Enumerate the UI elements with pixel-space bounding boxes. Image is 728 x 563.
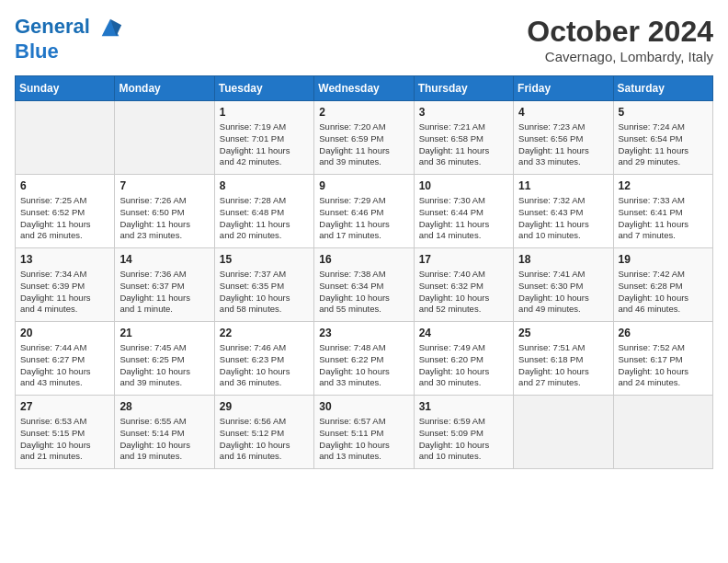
day-number: 29 [220, 400, 309, 413]
cell-content: Sunrise: 7:36 AM Sunset: 6:37 PM Dayligh… [119, 269, 209, 316]
calendar-cell: 7Sunrise: 7:26 AM Sunset: 6:50 PM Daylig… [115, 175, 214, 248]
cell-content: Sunrise: 7:19 AM Sunset: 7:01 PM Dayligh… [220, 121, 309, 168]
calendar-cell: 20Sunrise: 7:44 AM Sunset: 6:27 PM Dayli… [16, 322, 115, 396]
calendar-cell: 2Sunrise: 7:20 AM Sunset: 6:59 PM Daylig… [314, 101, 414, 175]
cell-content: Sunrise: 7:28 AM Sunset: 6:48 PM Dayligh… [220, 195, 309, 242]
day-number: 19 [619, 253, 708, 266]
day-number: 30 [319, 400, 408, 413]
calendar-cell: 24Sunrise: 7:49 AM Sunset: 6:20 PM Dayli… [414, 322, 513, 396]
calendar-week-row: 6Sunrise: 7:25 AM Sunset: 6:52 PM Daylig… [16, 175, 713, 248]
day-number: 22 [220, 327, 309, 339]
day-number: 16 [319, 253, 408, 266]
cell-content: Sunrise: 7:38 AM Sunset: 6:34 PM Dayligh… [319, 269, 408, 316]
day-number: 21 [119, 327, 209, 339]
calendar-body: 1Sunrise: 7:19 AM Sunset: 7:01 PM Daylig… [16, 101, 713, 469]
cell-content: Sunrise: 7:33 AM Sunset: 6:41 PM Dayligh… [619, 195, 708, 242]
logo-text: General [15, 15, 123, 40]
day-number: 23 [319, 327, 408, 339]
calendar-week-row: 1Sunrise: 7:19 AM Sunset: 7:01 PM Daylig… [16, 101, 713, 175]
day-number: 27 [20, 400, 109, 413]
weekday-header-cell: Thursday [414, 76, 513, 101]
calendar-cell: 8Sunrise: 7:28 AM Sunset: 6:48 PM Daylig… [214, 175, 313, 248]
calendar-cell: 23Sunrise: 7:48 AM Sunset: 6:22 PM Dayli… [314, 322, 414, 396]
cell-content: Sunrise: 6:55 AM Sunset: 5:14 PM Dayligh… [119, 416, 209, 463]
day-number: 14 [119, 253, 209, 266]
day-number: 28 [119, 400, 209, 413]
calendar-table: SundayMondayTuesdayWednesdayThursdayFrid… [15, 75, 713, 469]
calendar-cell: 26Sunrise: 7:52 AM Sunset: 6:17 PM Dayli… [613, 322, 712, 396]
calendar-cell [613, 396, 712, 469]
page-header: General Blue October 2024 Cavernago, Lom… [15, 15, 713, 64]
day-number: 31 [419, 400, 508, 413]
cell-content: Sunrise: 7:48 AM Sunset: 6:22 PM Dayligh… [319, 342, 408, 389]
day-number: 3 [419, 106, 508, 119]
cell-content: Sunrise: 7:20 AM Sunset: 6:59 PM Dayligh… [319, 121, 408, 168]
day-number: 12 [619, 179, 708, 192]
location-title: Cavernago, Lombardy, Italy [527, 49, 713, 64]
calendar-week-row: 27Sunrise: 6:53 AM Sunset: 5:15 PM Dayli… [16, 396, 713, 469]
cell-content: Sunrise: 7:44 AM Sunset: 6:27 PM Dayligh… [20, 342, 109, 389]
day-number: 7 [119, 179, 209, 192]
weekday-header-cell: Monday [115, 76, 214, 101]
day-number: 18 [518, 253, 608, 266]
calendar-cell: 25Sunrise: 7:51 AM Sunset: 6:18 PM Dayli… [514, 322, 613, 396]
cell-content: Sunrise: 7:23 AM Sunset: 6:56 PM Dayligh… [518, 121, 608, 168]
calendar-cell: 11Sunrise: 7:32 AM Sunset: 6:43 PM Dayli… [514, 175, 613, 248]
title-block: October 2024 Cavernago, Lombardy, Italy [527, 15, 713, 64]
day-number: 11 [518, 179, 608, 192]
day-number: 5 [619, 106, 708, 119]
weekday-header-row: SundayMondayTuesdayWednesdayThursdayFrid… [16, 76, 713, 101]
cell-content: Sunrise: 7:26 AM Sunset: 6:50 PM Dayligh… [119, 195, 209, 242]
cell-content: Sunrise: 7:25 AM Sunset: 6:52 PM Dayligh… [20, 195, 109, 242]
calendar-cell: 15Sunrise: 7:37 AM Sunset: 6:35 PM Dayli… [214, 248, 313, 322]
calendar-cell: 19Sunrise: 7:42 AM Sunset: 6:28 PM Dayli… [613, 248, 712, 322]
calendar-cell: 17Sunrise: 7:40 AM Sunset: 6:32 PM Dayli… [414, 248, 513, 322]
calendar-cell: 12Sunrise: 7:33 AM Sunset: 6:41 PM Dayli… [613, 175, 712, 248]
day-number: 6 [20, 179, 109, 192]
day-number: 10 [419, 179, 508, 192]
cell-content: Sunrise: 7:52 AM Sunset: 6:17 PM Dayligh… [619, 342, 708, 389]
calendar-cell: 21Sunrise: 7:45 AM Sunset: 6:25 PM Dayli… [115, 322, 214, 396]
day-number: 13 [20, 253, 109, 266]
calendar-week-row: 20Sunrise: 7:44 AM Sunset: 6:27 PM Dayli… [16, 322, 713, 396]
logo: General Blue [15, 15, 123, 63]
cell-content: Sunrise: 7:45 AM Sunset: 6:25 PM Dayligh… [119, 342, 209, 389]
day-number: 15 [220, 253, 309, 266]
cell-content: Sunrise: 7:24 AM Sunset: 6:54 PM Dayligh… [619, 121, 708, 168]
day-number: 25 [518, 327, 608, 339]
cell-content: Sunrise: 7:42 AM Sunset: 6:28 PM Dayligh… [619, 269, 708, 316]
calendar-cell: 16Sunrise: 7:38 AM Sunset: 6:34 PM Dayli… [314, 248, 414, 322]
cell-content: Sunrise: 7:29 AM Sunset: 6:46 PM Dayligh… [319, 195, 408, 242]
calendar-cell: 27Sunrise: 6:53 AM Sunset: 5:15 PM Dayli… [16, 396, 115, 469]
cell-content: Sunrise: 7:49 AM Sunset: 6:20 PM Dayligh… [419, 342, 508, 389]
cell-content: Sunrise: 6:53 AM Sunset: 5:15 PM Dayligh… [20, 416, 109, 463]
day-number: 2 [319, 106, 408, 119]
cell-content: Sunrise: 7:51 AM Sunset: 6:18 PM Dayligh… [518, 342, 608, 389]
calendar-cell: 30Sunrise: 6:57 AM Sunset: 5:11 PM Dayli… [314, 396, 414, 469]
cell-content: Sunrise: 7:30 AM Sunset: 6:44 PM Dayligh… [419, 195, 508, 242]
calendar-cell: 6Sunrise: 7:25 AM Sunset: 6:52 PM Daylig… [16, 175, 115, 248]
cell-content: Sunrise: 6:59 AM Sunset: 5:09 PM Dayligh… [419, 416, 508, 463]
logo-blue: Blue [15, 40, 123, 63]
calendar-cell: 28Sunrise: 6:55 AM Sunset: 5:14 PM Dayli… [115, 396, 214, 469]
calendar-cell: 4Sunrise: 7:23 AM Sunset: 6:56 PM Daylig… [514, 101, 613, 175]
day-number: 20 [20, 327, 109, 339]
weekday-header-cell: Tuesday [214, 76, 313, 101]
calendar-cell: 31Sunrise: 6:59 AM Sunset: 5:09 PM Dayli… [414, 396, 513, 469]
day-number: 9 [319, 179, 408, 192]
day-number: 24 [419, 327, 508, 339]
calendar-cell: 22Sunrise: 7:46 AM Sunset: 6:23 PM Dayli… [214, 322, 313, 396]
calendar-cell: 14Sunrise: 7:36 AM Sunset: 6:37 PM Dayli… [115, 248, 214, 322]
cell-content: Sunrise: 6:56 AM Sunset: 5:12 PM Dayligh… [220, 416, 309, 463]
cell-content: Sunrise: 7:40 AM Sunset: 6:32 PM Dayligh… [419, 269, 508, 316]
calendar-cell: 9Sunrise: 7:29 AM Sunset: 6:46 PM Daylig… [314, 175, 414, 248]
weekday-header-cell: Friday [514, 76, 613, 101]
calendar-cell: 1Sunrise: 7:19 AM Sunset: 7:01 PM Daylig… [214, 101, 313, 175]
calendar-cell: 29Sunrise: 6:56 AM Sunset: 5:12 PM Dayli… [214, 396, 313, 469]
cell-content: Sunrise: 7:34 AM Sunset: 6:39 PM Dayligh… [20, 269, 109, 316]
weekday-header-cell: Sunday [16, 76, 115, 101]
calendar-cell [115, 101, 214, 175]
day-number: 4 [518, 106, 608, 119]
calendar-cell: 10Sunrise: 7:30 AM Sunset: 6:44 PM Dayli… [414, 175, 513, 248]
day-number: 1 [220, 106, 309, 119]
